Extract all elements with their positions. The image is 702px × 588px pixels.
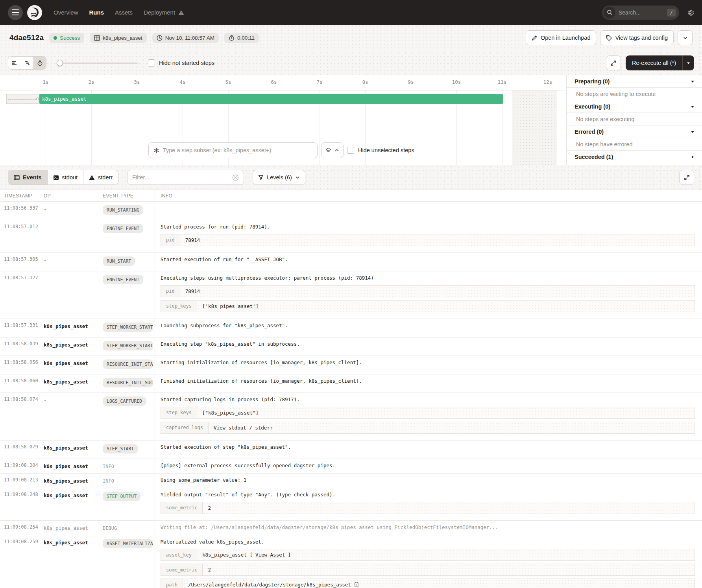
clock-icon: [157, 35, 163, 41]
checkbox-icon[interactable]: [347, 147, 354, 154]
timed-layout-icon[interactable]: [33, 57, 46, 69]
event-timestamp[interactable]: 11:08:58.074: [0, 393, 38, 440]
waterfall-layout-icon[interactable]: [21, 57, 33, 69]
tab-events[interactable]: Events: [8, 170, 47, 184]
event-op: k8s_pipes_asset: [44, 445, 88, 451]
filter-placeholder: Filter...: [132, 174, 232, 181]
event-info-cell: Started process for run (pid: 78914).pid…: [155, 220, 702, 253]
event-message: Starting initialization of resources [io…: [161, 359, 702, 366]
event-timestamp[interactable]: 11:08:58.039: [0, 337, 38, 356]
steps-section-empty-message: No steps are waiting to execute: [567, 88, 702, 100]
metadata-key: some_metric: [161, 502, 203, 514]
caret-down-icon: [690, 104, 695, 109]
clear-filter-icon[interactable]: [232, 174, 239, 181]
event-timestamp[interactable]: 11:08:57.305: [0, 253, 38, 271]
metadata-link[interactable]: /Users/alangenfeld/data/dagster/storage/…: [188, 582, 351, 588]
event-timestamp[interactable]: 11:09:08.248: [0, 488, 38, 520]
steps-section-preparing[interactable]: Preparing (0): [567, 75, 702, 88]
nav-item-overview[interactable]: Overview: [54, 9, 78, 16]
metadata-entry: some_metric2: [161, 564, 695, 576]
graph-query-toggle-button[interactable]: [321, 142, 344, 158]
settings-gear-icon[interactable]: [686, 9, 694, 17]
event-type-badge: ENGINE_EVENT: [103, 224, 143, 233]
checkbox-icon[interactable]: [148, 59, 155, 66]
event-row: 11:08:58.060k8s_pipes_assetRESOURCE_INIT…: [0, 374, 702, 393]
nav-item-runs[interactable]: Runs: [89, 9, 104, 16]
gantt-time-axis: 1s2s3s4s5s6s7s8s9s10s11s12s: [0, 75, 566, 90]
hamburger-menu-icon[interactable]: [8, 5, 23, 20]
step-subset-input[interactable]: Type a step subset (ex: k8s_pipes_asset+…: [148, 142, 318, 158]
levels-dropdown[interactable]: Levels (6): [253, 170, 305, 185]
log-filter-input[interactable]: Filter...: [127, 170, 244, 185]
event-type-badge: STEP_START: [103, 444, 138, 453]
gantt-toolbar: Hide not started steps Re-execute all (*…: [0, 51, 702, 75]
event-message: [pipes] external process successfully op…: [161, 463, 702, 469]
metadata-value: /Users/alangenfeld/data/dagster/storage/…: [183, 579, 695, 588]
event-timestamp[interactable]: 11:09:08.254: [0, 521, 38, 535]
header-more-dropdown-button[interactable]: [678, 30, 693, 45]
tab-stdout[interactable]: stdout: [47, 170, 83, 184]
event-timestamp[interactable]: 11:08:57.327: [0, 271, 38, 319]
axis-tick-label: 7s: [316, 79, 322, 85]
gantt-step-bar[interactable]: k8s_pipes_asset: [39, 94, 503, 104]
search-shortcut-key: /: [667, 9, 676, 17]
metadata-link[interactable]: View Asset: [255, 552, 285, 558]
hide-not-started-checkbox[interactable]: Hide not started steps: [148, 59, 214, 66]
gantt-zoom-slider[interactable]: [57, 60, 138, 66]
open-in-launchpad-button[interactable]: Open in Launchpad: [526, 30, 597, 45]
job-tag[interactable]: k8s_pipes_asset: [90, 33, 147, 43]
funnel-icon: [258, 175, 264, 180]
nav-item-deployment[interactable]: Deployment: [144, 9, 184, 16]
event-message: Started execution of run for "__ASSET_JO…: [161, 256, 702, 263]
event-type-badge: RUN_STARTING: [103, 205, 143, 215]
reexecute-all-button[interactable]: Re-execute all (*): [626, 55, 694, 70]
event-timestamp[interactable]: 11:08:58.060: [0, 374, 38, 393]
search-input[interactable]: Search... /: [602, 6, 679, 20]
event-timestamp[interactable]: 11:08:57.331: [0, 319, 38, 337]
event-message: Started capturing logs in process (pid: …: [161, 396, 702, 403]
column-header-timestamp: TIMESTAMP: [0, 190, 38, 201]
warning-triangle-icon: [89, 175, 95, 180]
event-timestamp[interactable]: 11:09:08.204: [0, 459, 38, 473]
events-toolbar: Eventsstdoutstderr Filter... Levels (6): [0, 165, 702, 190]
search-icon: [604, 7, 615, 18]
event-timestamp[interactable]: 11:09:08.259: [0, 535, 38, 588]
gantt-wait-marker-icon: [36, 98, 39, 100]
flat-layout-icon[interactable]: [8, 57, 21, 69]
gantt-expand-button[interactable]: [606, 55, 621, 70]
event-timestamp[interactable]: 11:08:58.079: [0, 441, 38, 459]
event-timestamp[interactable]: 11:08:58.056: [0, 356, 38, 374]
event-op: k8s_pipes_asset: [44, 478, 88, 484]
steps-section-succeeded[interactable]: Succeeded (1): [567, 151, 702, 163]
event-row: 11:08:57.012-ENGINE_EVENTStarted process…: [0, 220, 702, 253]
event-timestamp[interactable]: 11:08:56.337: [0, 202, 38, 220]
metadata-key: path: [161, 579, 183, 588]
steps-section-errored[interactable]: Errored (0): [567, 125, 702, 138]
events-table: TIMESTAMP OP EVENT TYPE INFO 11:08:56.33…: [0, 190, 702, 588]
tag-icon: [606, 35, 612, 41]
metadata-entry: some_metric2: [161, 502, 695, 514]
dagster-logo-icon[interactable]: [27, 5, 42, 20]
event-timestamp[interactable]: 11:09:08.213: [0, 474, 38, 488]
metadata-entry: pid78914: [161, 285, 695, 297]
event-row: 11:09:08.248k8s_pipes_assetSTEP_OUTPUTYi…: [0, 488, 702, 521]
event-message: Started execution of step "k8s_pipes_ass…: [161, 444, 702, 451]
nav-item-assets[interactable]: Assets: [115, 9, 133, 16]
run-steps-panel: Preparing (0)No steps are waiting to exe…: [567, 75, 702, 165]
top-nav: OverviewRunsAssetsDeployment Search... /: [0, 0, 702, 25]
event-info-cell: [155, 202, 702, 220]
slider-handle[interactable]: [57, 60, 63, 66]
event-row: 11:08:58.056k8s_pipes_assetRESOURCE_INIT…: [0, 356, 702, 374]
view-tags-config-button[interactable]: View tags and config: [600, 30, 674, 45]
hide-unselected-checkbox[interactable]: Hide unselected steps: [347, 147, 414, 154]
steps-section-executing[interactable]: Executing (0): [567, 100, 702, 113]
step-subset-icon: [153, 147, 159, 153]
events-expand-button[interactable]: [679, 170, 694, 185]
copy-icon[interactable]: [354, 582, 359, 588]
reexecute-dropdown-caret[interactable]: [682, 55, 694, 70]
event-timestamp[interactable]: 11:08:57.012: [0, 220, 38, 253]
event-type-badge: ENGINE_EVENT: [103, 275, 143, 284]
tab-stderr[interactable]: stderr: [83, 170, 118, 184]
event-op: k8s_pipes_asset: [44, 342, 88, 348]
event-type-badge: LOGS_CAPTURED: [103, 396, 146, 406]
